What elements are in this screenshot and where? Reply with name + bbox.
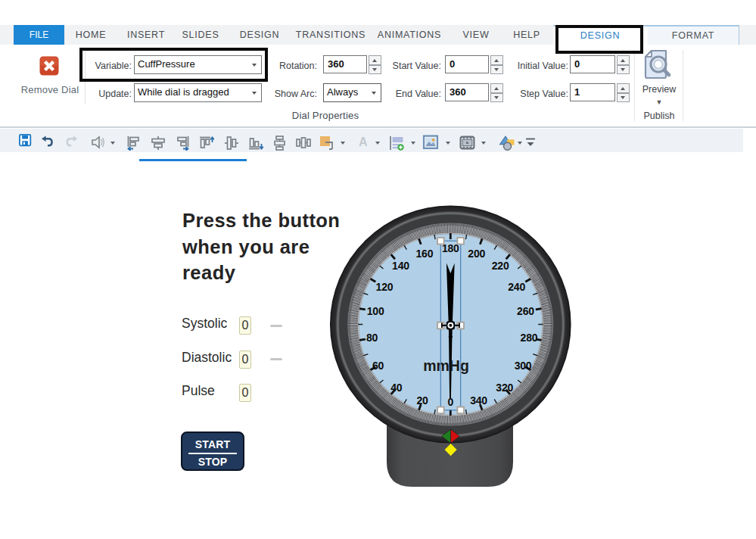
svg-text:320: 320	[496, 382, 513, 394]
svg-text:260: 260	[517, 305, 534, 317]
svg-text:220: 220	[492, 260, 509, 272]
svg-text:60: 60	[372, 360, 384, 372]
svg-text:40: 40	[390, 382, 403, 394]
svg-text:mmHg: mmHg	[423, 357, 469, 374]
svg-text:80: 80	[366, 332, 378, 344]
svg-text:300: 300	[515, 360, 532, 372]
svg-text:160: 160	[415, 248, 433, 260]
svg-text:200: 200	[468, 248, 485, 260]
svg-text:140: 140	[392, 260, 409, 272]
svg-text:240: 240	[508, 281, 525, 293]
svg-text:20: 20	[416, 394, 428, 407]
svg-text:120: 120	[376, 281, 394, 293]
svg-text:100: 100	[367, 305, 384, 317]
svg-text:340: 340	[470, 394, 487, 407]
svg-text:280: 280	[521, 332, 538, 344]
